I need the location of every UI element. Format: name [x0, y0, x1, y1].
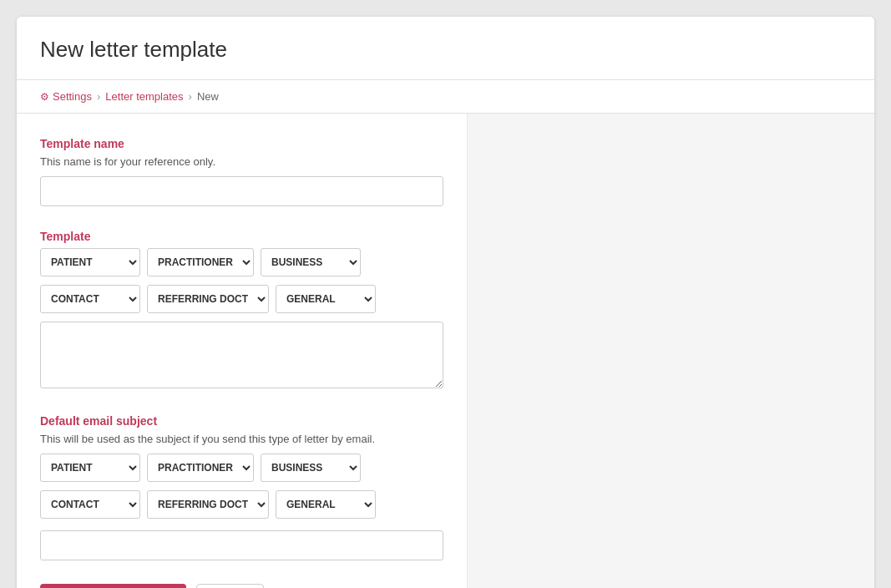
page-title: New letter template: [40, 37, 851, 63]
cancel-button[interactable]: Cancel: [196, 584, 265, 588]
template-practitioner-select[interactable]: PRACTITIONER: [147, 248, 254, 276]
breadcrumb-separator-1: ›: [97, 90, 100, 103]
breadcrumb-settings-link[interactable]: ⚙ Settings: [40, 90, 92, 103]
form-panel: Template name This name is for your refe…: [17, 114, 468, 588]
page-header: New letter template: [17, 17, 874, 80]
email-business-select[interactable]: BUSINESS: [261, 454, 361, 482]
gear-icon: ⚙: [40, 91, 49, 103]
email-referring-doct-select[interactable]: REFERRING DOCT: [147, 490, 269, 519]
template-referring-doct-select[interactable]: REFERRING DOCT: [147, 285, 269, 313]
email-general-select[interactable]: GENERAL: [276, 490, 376, 519]
breadcrumb-letter-templates-label: Letter templates: [105, 90, 183, 103]
template-name-label: Template name: [40, 137, 443, 150]
template-dropdown-row2: CONTACT REFERRING DOCT GENERAL: [40, 285, 443, 313]
email-subject-dropdown-row2: CONTACT REFERRING DOCT GENERAL: [40, 490, 443, 519]
template-business-select[interactable]: BUSINESS: [261, 248, 361, 276]
email-subject-section: Default email subject This will be used …: [40, 414, 443, 560]
email-practitioner-select[interactable]: PRACTITIONER: [147, 454, 254, 482]
right-panel: [468, 114, 874, 588]
template-general-select[interactable]: GENERAL: [276, 285, 376, 313]
template-section: Template PATIENT PRACTITIONER BUSINESS: [40, 230, 443, 391]
template-name-description: This name is for your reference only.: [40, 155, 443, 168]
email-subject-dropdown-row1: PATIENT PRACTITIONER BUSINESS: [40, 454, 443, 482]
template-name-input[interactable]: [40, 176, 443, 206]
template-contact-select[interactable]: CONTACT: [40, 285, 140, 313]
breadcrumb-letter-templates-link[interactable]: Letter templates: [105, 90, 183, 103]
email-patient-select[interactable]: PATIENT: [40, 454, 140, 482]
page-container: New letter template ⚙ Settings › Letter …: [17, 17, 874, 588]
email-contact-select[interactable]: CONTACT: [40, 490, 140, 519]
breadcrumb-settings-label: Settings: [53, 90, 92, 103]
email-subject-description: This will be used as the subject if you …: [40, 433, 443, 445]
template-dropdown-row1: PATIENT PRACTITIONER BUSINESS: [40, 248, 443, 276]
button-row: Create letter template Cancel: [40, 584, 443, 588]
template-name-section: Template name This name is for your refe…: [40, 137, 443, 206]
breadcrumb-current: New: [197, 90, 219, 103]
email-subject-input[interactable]: [40, 530, 443, 560]
create-letter-template-button[interactable]: Create letter template: [40, 584, 186, 588]
content-area: Template name This name is for your refe…: [17, 114, 874, 588]
breadcrumb-separator-2: ›: [189, 90, 192, 103]
template-patient-select[interactable]: PATIENT: [40, 248, 140, 276]
template-label: Template: [40, 230, 443, 243]
email-subject-label: Default email subject: [40, 414, 443, 428]
template-textarea[interactable]: [40, 322, 443, 388]
breadcrumb: ⚙ Settings › Letter templates › New: [17, 80, 874, 114]
